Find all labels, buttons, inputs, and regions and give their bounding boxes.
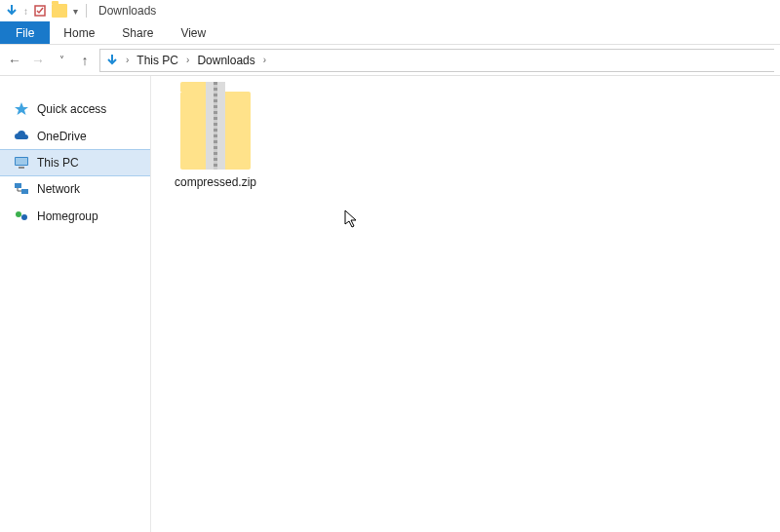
file-name-label: compressed.zip: [167, 175, 264, 189]
file-list-pane[interactable]: compressed.zip: [151, 76, 780, 532]
cloud-icon: [14, 129, 29, 144]
breadcrumb-separator[interactable]: ›: [184, 55, 191, 65]
qat-customize-dropdown[interactable]: ▾: [71, 6, 80, 17]
svg-point-6: [16, 211, 21, 217]
folder-icon: [52, 4, 67, 18]
tab-view[interactable]: View: [167, 21, 219, 44]
sidebar-item-this-pc[interactable]: This PC: [0, 149, 150, 176]
explorer-body: Quick access OneDrive This PC Network Ho…: [0, 76, 780, 532]
up-button[interactable]: ↑: [76, 52, 94, 69]
recent-locations-button[interactable]: ˅: [53, 52, 70, 69]
svg-rect-5: [21, 189, 28, 194]
sidebar-item-quick-access[interactable]: Quick access: [0, 95, 150, 123]
sidebar-item-label: Quick access: [37, 102, 106, 116]
tab-home[interactable]: Home: [50, 21, 108, 44]
qat-separator-icon: ↕: [23, 6, 28, 17]
sidebar-item-label: Homegroup: [37, 209, 98, 223]
file-tab[interactable]: File: [0, 21, 50, 44]
zip-folder-icon: [180, 92, 251, 170]
star-icon: [14, 101, 29, 117]
monitor-icon: [14, 155, 29, 171]
chevron-down-icon: ˅: [59, 55, 64, 65]
sidebar-item-label: This PC: [37, 156, 79, 170]
svg-rect-2: [16, 158, 27, 165]
svg-rect-4: [15, 183, 21, 188]
svg-point-7: [21, 214, 27, 220]
address-downloads-icon: [104, 53, 120, 68]
title-bar: ↕ ▾ Downloads: [0, 0, 780, 21]
title-separator: [86, 4, 87, 18]
network-icon: [14, 181, 29, 197]
breadcrumb-separator[interactable]: ›: [261, 55, 268, 65]
tab-share[interactable]: Share: [108, 21, 167, 44]
file-item-compressed-zip[interactable]: compressed.zip: [167, 92, 264, 189]
sidebar-item-onedrive[interactable]: OneDrive: [0, 123, 150, 150]
forward-button[interactable]: →: [29, 52, 47, 69]
address-bar[interactable]: › This PC › Downloads ›: [99, 49, 774, 72]
sidebar-item-label: OneDrive: [37, 130, 87, 143]
ribbon-tabs: File Home Share View: [0, 21, 780, 45]
breadcrumb-downloads[interactable]: Downloads: [195, 54, 256, 67]
up-arrow-icon: ↑: [82, 54, 89, 67]
navigation-bar: ← → ˅ ↑ › This PC › Downloads ›: [0, 45, 780, 76]
back-button[interactable]: ←: [6, 52, 23, 69]
forward-arrow-icon: →: [31, 54, 45, 67]
back-arrow-icon: ←: [8, 54, 21, 67]
qat-properties-icon[interactable]: [32, 3, 48, 19]
sidebar-item-label: Network: [37, 182, 80, 196]
homegroup-icon: [14, 209, 29, 224]
svg-rect-3: [19, 167, 24, 169]
navigation-pane: Quick access OneDrive This PC Network Ho…: [0, 76, 151, 532]
breadcrumb-separator[interactable]: ›: [124, 55, 131, 65]
sidebar-item-network[interactable]: Network: [0, 175, 150, 203]
breadcrumb-this-pc[interactable]: This PC: [135, 54, 180, 67]
qat-down-arrow-icon[interactable]: [4, 3, 20, 19]
sidebar-item-homegroup[interactable]: Homegroup: [0, 203, 150, 230]
window-title: Downloads: [98, 4, 156, 18]
